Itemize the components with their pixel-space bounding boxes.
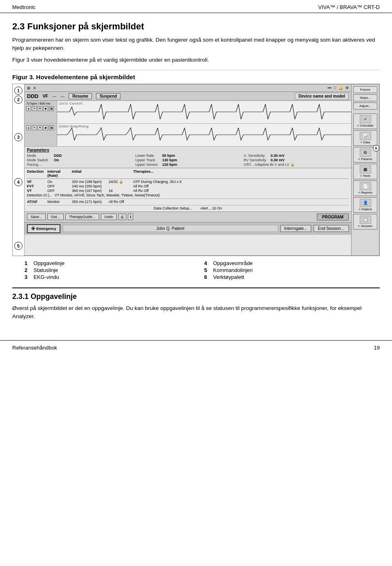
paragraph-1: Programmereren har en skjerm som viser t… <box>12 36 380 53</box>
therapy-guide-button[interactable]: TherapyGuide... <box>65 214 99 220</box>
ecg2-btn-play[interactable]: ▶ <box>43 125 48 130</box>
figure-legend: 1 Oppgavelinje 4 Oppgaveområde 2 Statusl… <box>12 260 380 280</box>
suspend-button[interactable]: Suspend <box>96 93 120 99</box>
subsection-paragraph-1: Øverst på skjermbildet er det en oppgave… <box>12 304 380 321</box>
page-footer: Referansehåndbok 19 <box>0 340 392 355</box>
data-collection-text: Data Collection Setup... <box>154 206 192 210</box>
ecg1-label: 72 bpm / 830 ms ▲ ✕ ▼ ▶ ▦ <box>24 101 57 123</box>
program-button[interactable]: PROGRAM <box>317 214 349 221</box>
ecg1-btn-up[interactable]: ▲ <box>26 106 31 111</box>
screen-topbar: ⊕ ≡ ▪▪▪ □ 🔔 ⚙ <box>24 85 351 92</box>
marker-6: 6 <box>373 145 379 152</box>
marker-1: 1 <box>14 87 22 95</box>
strips-button[interactable]: Strips... <box>353 94 377 101</box>
detection-subrow: Detection (V.)... VT Monitor, AF/Afl, Si… <box>27 193 349 197</box>
legend-item-2: 2 Statuslinje <box>24 267 188 273</box>
ecg1-btn-down[interactable]: ▼ <box>38 106 42 111</box>
device-screen: ⊕ ≡ ▪▪▪ □ 🔔 ⚙ DDD VF --- <box>24 84 379 256</box>
get-button[interactable]: Get... <box>47 214 64 220</box>
session-icon: 📋 <box>360 216 371 224</box>
mode-ddd: DDD <box>27 93 38 99</box>
screen-body: ⊕ ≡ ▪▪▪ □ 🔔 ⚙ DDD VF --- <box>24 85 351 255</box>
patient-name: John Q. Patient <box>63 225 278 232</box>
detection-row-vt: VT OFF 360 ms (167 bpm) 16 All Rx Off <box>27 189 349 193</box>
detection-section: Detection Interval (Rate) Initial Therap… <box>24 168 351 212</box>
param-row-rv-sensitivity: RV Sensitivity 0.30 mV <box>244 158 349 162</box>
tests-icon: ▦ <box>360 165 371 174</box>
action-buttons-row: Save... Get... TherapyGuide... Undo 🖨 ℹ … <box>24 212 351 223</box>
bell-icon: 🔔 <box>339 86 343 90</box>
param-row-mode: Mode DDD <box>27 154 132 158</box>
ataf-row: AT/AF Monitor 350 ms (171 bpm) All Rx Of… <box>27 198 349 204</box>
param-row-pacing: Pacing... <box>27 163 132 167</box>
alert-text: Alert... 10 On <box>200 206 222 210</box>
footer-right: 19 <box>374 345 380 351</box>
ecg-row-1: 72 bpm / 830 ms ▲ ✕ ▼ ▶ ▦ <box>24 101 351 124</box>
interrogate-button[interactable]: Interrogate... <box>281 225 311 232</box>
info-button[interactable]: ℹ <box>128 214 133 220</box>
params-section: Parameters Mode DDD Lower Rate 50 bpm <box>24 147 351 168</box>
params-title: Parameters <box>27 148 349 152</box>
patient-button[interactable]: 👤 < Patient <box>353 197 377 213</box>
ecg-row-2: ▲ ✕ ▼ ▶ ▦ <box>24 124 351 147</box>
ecg2-trace: EGM3: RVtip/RVring <box>57 124 351 146</box>
dashes-2: --- <box>60 94 65 98</box>
end-session-button[interactable]: End Session... <box>314 225 349 232</box>
ecg1-btn-play[interactable]: ▶ <box>43 106 48 111</box>
ecg1-channel-label: LECG: Can/SVC <box>59 102 83 105</box>
ecg2-btn-x[interactable]: ✕ <box>32 125 37 130</box>
adjust-button[interactable]: Adjust... <box>353 103 377 109</box>
param-row-upper-sensor: Upper Sensor 120 bpm <box>135 163 240 167</box>
print-button[interactable]: 🖨 <box>118 214 126 220</box>
dashes-1: --- <box>52 94 56 98</box>
param-row-a-sensitivity: A. Sensitivity 0.30 mV <box>244 154 349 158</box>
detection-row-fvt: FVT OFF 240 ms (250 bpm) All Rx Off <box>27 184 349 188</box>
battery-icon: ▪▪▪ <box>327 86 332 90</box>
device-name-box: Device name and model <box>295 93 349 100</box>
session-button[interactable]: 📋 < Session <box>353 214 377 230</box>
freeze-button[interactable]: Freeze <box>353 86 377 93</box>
emergency-button[interactable]: ✚ Emergency <box>27 224 60 233</box>
data-button[interactable]: 📊 < Data <box>353 130 377 146</box>
reports-button[interactable]: 📄 < Reports <box>353 180 377 196</box>
figure-title: Figur 3. Hovedelementene på skjermbildet <box>12 70 380 80</box>
detection-header: Detection Interval (Rate) Initial Therap… <box>27 169 349 179</box>
undo-button[interactable]: Undo <box>101 214 117 220</box>
ecg2-label: ▲ ✕ ▼ ▶ ▦ <box>24 124 57 146</box>
subsection-title: 2.3.1 Oppgavelinje <box>12 287 380 301</box>
data-collection-row: Data Collection Setup... Alert... 10 On <box>27 205 349 210</box>
marker-5: 5 <box>14 242 22 250</box>
marker-2: 2 <box>14 96 22 104</box>
figure-container: 1 2 3 4 5 ⊕ ≡ ▪▪▪ □ 🔔 ⚙ <box>12 84 380 256</box>
ecg2-btn-grid[interactable]: ▦ <box>49 125 54 130</box>
header-right: VIVA™ / BRAVA™ CRT-D <box>318 4 380 10</box>
section-title: 2.3 Funksjoner på skjermbildet <box>12 21 380 32</box>
signal-icon: □ <box>334 86 336 90</box>
screen-statusbar: DDD VF --- --- Resume Suspend Device nam… <box>24 92 351 101</box>
ecg2-btn-down[interactable]: ▼ <box>38 125 42 130</box>
save-button[interactable]: Save... <box>27 214 46 220</box>
ecg1-trace: LECG: Can/SVC <box>57 101 351 123</box>
ecg2-btn-up[interactable]: ▲ <box>26 125 31 130</box>
footer-left: Referansehåndbok <box>12 345 57 351</box>
screen-main: ⊕ ≡ ▪▪▪ □ 🔔 ⚙ DDD VF --- <box>24 85 379 255</box>
ecg2-channel-label: EGM3: RVtip/RVring <box>59 125 89 128</box>
wifi-icon: ⊕ <box>27 86 30 90</box>
legend-item-6: 6 Verktøypalett <box>204 274 368 280</box>
page-header: Medtronic VIVA™ / BRAVA™ CRT-D <box>0 0 392 13</box>
detection-row-vf: VF On 320 ms (188 bpm) 24/32 🔒 ATP Durin… <box>27 180 349 184</box>
ecg2-controls: ▲ ✕ ▼ ▶ ▦ <box>26 125 55 130</box>
param-row-crt: CRT... Adaptive Bi-V and LV 🔒 <box>244 163 349 167</box>
ecg1-btn-grid[interactable]: ▦ <box>49 106 54 111</box>
number-markers: 1 2 3 4 5 <box>13 84 24 256</box>
params-button[interactable]: ⚙ < Params 6 <box>353 147 377 163</box>
tests-button[interactable]: ▦ < Tests <box>353 164 377 179</box>
ecg1-btn-x[interactable]: ✕ <box>32 106 37 111</box>
patient-icon: 👤 <box>360 199 371 207</box>
topbar-right: ▪▪▪ □ 🔔 ⚙ <box>327 86 349 90</box>
param-row-mode-switch: Mode Switch On <box>27 158 132 162</box>
checklist-icon: ✓ <box>360 115 371 123</box>
command-line: ✚ Emergency John Q. Patient Interrogate.… <box>24 223 351 235</box>
checklist-button[interactable]: ✓ < Checklist <box>353 114 377 129</box>
resume-button[interactable]: Resume <box>69 93 92 99</box>
